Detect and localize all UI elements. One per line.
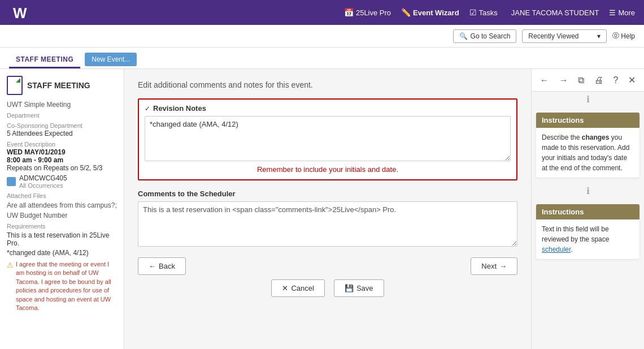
back-button[interactable]: ← Back [138,257,186,275]
panel-print-button[interactable]: 🖨 [592,74,606,87]
resource-sub: All Occurrences [19,182,67,189]
edit-icon: ✏️ [401,8,411,17]
event-desc-label: Event Description [7,141,117,148]
chevron-down-icon: ▾ [597,32,601,40]
attendees: 5 Attendees Expected [7,130,117,137]
test-reservation-text: This is a test reservation in 25Live Pro… [7,231,117,247]
instructions-card-2: Instructions Text in this field will be … [536,204,639,259]
sidebar-title: STAFF MEETING [27,81,90,90]
panel-help-button[interactable]: ? [611,74,621,87]
resource-code: ADMCWCG405 [19,174,67,182]
nav-buttons: ← Back Next → [138,257,517,275]
resource-cube-icon [7,177,16,186]
tab-bar: STAFF MEETING New Event... [0,48,644,69]
sidebar-subtitle: UWT Simple Meeting [7,101,117,109]
hamburger-icon: ☰ [609,8,616,17]
next-button[interactable]: Next → [471,257,517,275]
bottom-buttons: ✕ Cancel 💾 Save [138,279,517,297]
tab-staff-meeting[interactable]: STAFF MEETING [9,52,80,68]
left-sidebar: STAFF MEETING UWT Simple Meeting Departm… [0,69,124,349]
nav-links: 📅 25Live Pro ✏️ Event Wizard ☑ Tasks JAN… [344,8,635,17]
new-event-button[interactable]: New Event... [85,53,137,66]
check-icon: ✓ [145,105,150,113]
instructions-body-1: Describe the changes you made to this re… [536,128,639,178]
cancel-button[interactable]: ✕ Cancel [271,279,324,297]
revision-notes-textarea[interactable]: *changed date (AMA, 4/12) [145,116,511,161]
revision-notes-header: ✓ Revision Notes [145,104,511,113]
file-icon [7,76,23,95]
center-content: Edit additional comments and notes for t… [124,69,531,349]
second-bar: 🔍 Go to Search Recently Viewed ▾ ⓪ Help [0,25,644,48]
revision-notes-label: Revision Notes [153,104,206,113]
warning-row: ⚠ I agree that the meeting or event I am… [7,260,117,312]
panel-forward-button[interactable]: → [557,74,571,87]
go-to-search-button[interactable]: 🔍 Go to Search [453,29,517,43]
warning-icon: ⚠ [7,261,14,269]
nav-25live-pro[interactable]: 📅 25Live Pro [344,8,391,17]
calendar-icon: 📅 [344,8,354,17]
help-circle-icon: ⓪ [612,31,619,41]
event-repeats: Repeats on Repeats on 5/2, 5/3 [7,164,117,172]
search-icon: 🔍 [459,32,468,40]
svg-text:W: W [13,5,27,21]
right-panel: ← → ⧉ 🖨 ? ✕ ℹ Instructions Describe the … [531,69,644,349]
instructions-header-1: Instructions [536,113,639,128]
instructions-body-2: Text in this field will be reviewed by t… [536,219,639,259]
more-menu[interactable]: ☰ More [609,8,635,17]
warning-text: I agree that the meeting or event I am h… [16,260,117,312]
panel-nav: ← → ⧉ 🖨 ? ✕ [532,69,644,92]
nav-event-wizard[interactable]: ✏️ Event Wizard [401,8,459,17]
floppy-icon: 💾 [345,284,354,292]
main-layout: STAFF MEETING UWT Simple Meeting Departm… [0,69,644,349]
event-date: WED MAY/01/2019 [7,148,117,156]
x-icon: ✕ [282,284,288,292]
panel-back-button[interactable]: ← [538,74,551,87]
sidebar-qa1: Are all attendees from this campus?; [7,201,117,209]
tasks-icon: ☑ [469,8,477,17]
comments-section: Comments to the Scheduler This is a test… [138,189,517,248]
scheduler-link[interactable]: scheduler [542,245,571,253]
panel-copy-button[interactable]: ⧉ [576,74,586,87]
instructions-card-1: Instructions Describe the changes you ma… [536,113,639,178]
panel-close-button[interactable]: ✕ [626,74,638,87]
sidebar-header: STAFF MEETING [7,76,117,95]
revision-reminder: Remember to include your initials and da… [145,165,511,174]
user-name: JANE TACOMA STUDENT [511,8,599,17]
recently-viewed-dropdown[interactable]: Recently Viewed ▾ [522,29,607,43]
arrow-left-icon: ← [149,262,156,270]
help-link[interactable]: ⓪ Help [612,31,635,41]
changed-date-text: *changed date (AMA, 4/12) [7,249,117,257]
attached-files-label: Attached Files [7,192,117,199]
co-sponsoring-label: Co-Sponsoring Department [7,122,117,129]
page-heading: Edit additional comments and notes for t… [138,80,517,89]
resource-row: ADMCWCG405 All Occurrences [7,174,117,189]
comments-textarea[interactable]: This is a test reservation in <span clas… [138,201,517,247]
revision-notes-box: ✓ Revision Notes *changed date (AMA, 4/1… [138,98,517,180]
requirements-label: Requirements [7,223,117,230]
top-nav: W 📅 25Live Pro ✏️ Event Wizard ☑ Tasks J… [0,0,644,25]
info-circle-1: ℹ [532,92,644,107]
arrow-right-icon: → [499,262,507,270]
uw-logo[interactable]: W [9,2,32,23]
sidebar-qa2: UW Budget Number [7,212,117,219]
event-time: 8:00 am - 9:00 am [7,156,117,164]
save-button[interactable]: 💾 Save [334,279,384,297]
department-label: Department [7,112,117,119]
nav-tasks[interactable]: ☑ Tasks [469,8,498,17]
instructions-header-2: Instructions [536,204,639,219]
info-circle-2: ℹ [532,183,644,199]
comments-label: Comments to the Scheduler [138,189,517,198]
